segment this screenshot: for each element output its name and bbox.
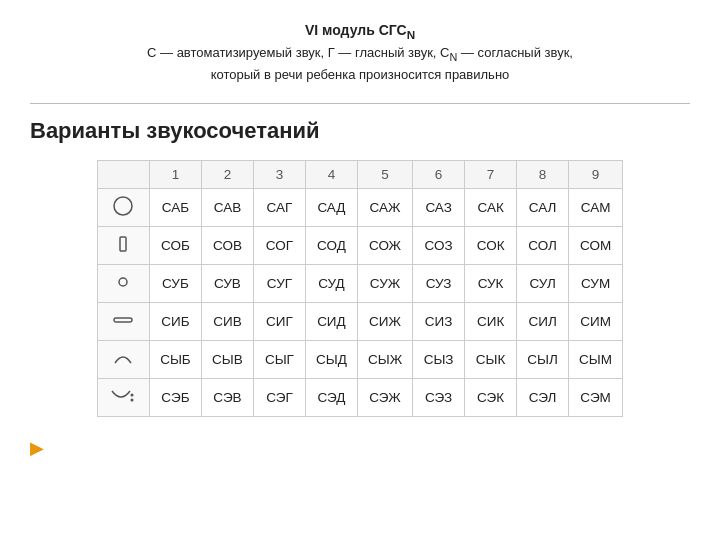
- cell-1-7: САК: [465, 188, 517, 226]
- cell-3-2: СУВ: [201, 264, 253, 302]
- cell-3-9: СУМ: [569, 264, 623, 302]
- col-8: 8: [517, 160, 569, 188]
- arc-down-icon: [110, 385, 136, 407]
- col-2: 2: [201, 160, 253, 188]
- cell-4-5: СИЖ: [357, 302, 412, 340]
- cell-2-2: СОВ: [201, 226, 253, 264]
- small-circle-icon: [112, 271, 134, 293]
- col-6: 6: [413, 160, 465, 188]
- svg-point-5: [131, 398, 134, 401]
- svg-point-2: [119, 278, 127, 286]
- table-row: САБ САВ САГ САД САЖ САЗ САК САЛ САМ: [97, 188, 622, 226]
- arc-up-icon: [112, 347, 134, 369]
- cell-6-5: СЭЖ: [357, 378, 412, 416]
- syllable-table: 1 2 3 4 5 6 7 8 9 САБ САВ СА: [97, 160, 623, 417]
- cell-5-4: СЫД: [305, 340, 357, 378]
- divider: [30, 103, 690, 104]
- svg-rect-3: [114, 318, 132, 322]
- cell-2-1: СОБ: [149, 226, 201, 264]
- cell-3-4: СУД: [305, 264, 357, 302]
- cell-4-4: СИД: [305, 302, 357, 340]
- cell-1-2: САВ: [201, 188, 253, 226]
- cell-6-1: СЭБ: [149, 378, 201, 416]
- cell-5-6: СЫЗ: [413, 340, 465, 378]
- cell-4-1: СИБ: [149, 302, 201, 340]
- cell-2-7: СОК: [465, 226, 517, 264]
- cell-2-5: СОЖ: [357, 226, 412, 264]
- cell-1-3: САГ: [253, 188, 305, 226]
- col-7: 7: [465, 160, 517, 188]
- table-row: СУБ СУВ СУГ СУД СУЖ СУЗ СУК СУЛ СУМ: [97, 264, 622, 302]
- header-title-sub: N: [407, 28, 415, 41]
- cell-6-2: СЭВ: [201, 378, 253, 416]
- icon-cell-6: [97, 378, 149, 416]
- cell-3-3: СУГ: [253, 264, 305, 302]
- col-9: 9: [569, 160, 623, 188]
- cell-2-3: СОГ: [253, 226, 305, 264]
- header-title: VI модуль СГСN: [305, 22, 415, 38]
- cell-6-7: СЭК: [465, 378, 517, 416]
- header: VI модуль СГСN С — автоматизируемый звук…: [30, 20, 690, 85]
- cell-4-8: СИЛ: [517, 302, 569, 340]
- cell-2-6: СОЗ: [413, 226, 465, 264]
- cell-6-4: СЭД: [305, 378, 357, 416]
- table-wrapper: 1 2 3 4 5 6 7 8 9 САБ САВ СА: [30, 160, 690, 417]
- section-title: Варианты звукосочетаний: [30, 118, 690, 144]
- header-icon-col: [97, 160, 149, 188]
- footer-arrow: ▶: [30, 437, 690, 459]
- cell-3-8: СУЛ: [517, 264, 569, 302]
- table-row: СЫБ СЫВ СЫГ СЫД СЫЖ СЫЗ СЫК СЫЛ СЫМ: [97, 340, 622, 378]
- circle-open-icon: [112, 195, 134, 217]
- cell-1-1: САБ: [149, 188, 201, 226]
- table-row: СОБ СОВ СОГ СОД СОЖ СОЗ СОК СОЛ СОМ: [97, 226, 622, 264]
- table-row: СИБ СИВ СИГ СИД СИЖ СИЗ СИК СИЛ СИМ: [97, 302, 622, 340]
- cell-3-5: СУЖ: [357, 264, 412, 302]
- cell-2-8: СОЛ: [517, 226, 569, 264]
- col-5: 5: [357, 160, 412, 188]
- cell-5-8: СЫЛ: [517, 340, 569, 378]
- dash-icon: [112, 309, 134, 331]
- table-header-row: 1 2 3 4 5 6 7 8 9: [97, 160, 622, 188]
- cell-6-3: СЭГ: [253, 378, 305, 416]
- cell-1-9: САМ: [569, 188, 623, 226]
- cell-3-7: СУК: [465, 264, 517, 302]
- cell-1-4: САД: [305, 188, 357, 226]
- cell-2-9: СОМ: [569, 226, 623, 264]
- header-subtitle: С — автоматизируемый звук, Г — гласный з…: [147, 45, 573, 82]
- cell-4-7: СИК: [465, 302, 517, 340]
- narrow-rect-icon: [112, 233, 134, 255]
- cell-1-8: САЛ: [517, 188, 569, 226]
- cell-5-5: СЫЖ: [357, 340, 412, 378]
- cell-3-1: СУБ: [149, 264, 201, 302]
- cell-4-3: СИГ: [253, 302, 305, 340]
- cell-1-5: САЖ: [357, 188, 412, 226]
- icon-cell-4: [97, 302, 149, 340]
- icon-cell-1: [97, 188, 149, 226]
- svg-rect-1: [120, 237, 126, 251]
- cell-6-9: СЭМ: [569, 378, 623, 416]
- col-3: 3: [253, 160, 305, 188]
- cell-6-8: СЭЛ: [517, 378, 569, 416]
- icon-cell-3: [97, 264, 149, 302]
- col-1: 1: [149, 160, 201, 188]
- icon-cell-2: [97, 226, 149, 264]
- cell-1-6: САЗ: [413, 188, 465, 226]
- cell-2-4: СОД: [305, 226, 357, 264]
- cell-6-6: СЭЗ: [413, 378, 465, 416]
- table-row: СЭБ СЭВ СЭГ СЭД СЭЖ СЭЗ СЭК СЭЛ СЭМ: [97, 378, 622, 416]
- cell-5-3: СЫГ: [253, 340, 305, 378]
- cell-3-6: СУЗ: [413, 264, 465, 302]
- svg-point-4: [131, 393, 134, 396]
- cell-5-7: СЫК: [465, 340, 517, 378]
- header-subtitle-sub: N: [449, 51, 457, 63]
- icon-cell-5: [97, 340, 149, 378]
- cell-4-9: СИМ: [569, 302, 623, 340]
- cell-4-2: СИВ: [201, 302, 253, 340]
- col-4: 4: [305, 160, 357, 188]
- cell-5-2: СЫВ: [201, 340, 253, 378]
- cell-5-9: СЫМ: [569, 340, 623, 378]
- cell-4-6: СИЗ: [413, 302, 465, 340]
- svg-point-0: [114, 197, 132, 215]
- cell-5-1: СЫБ: [149, 340, 201, 378]
